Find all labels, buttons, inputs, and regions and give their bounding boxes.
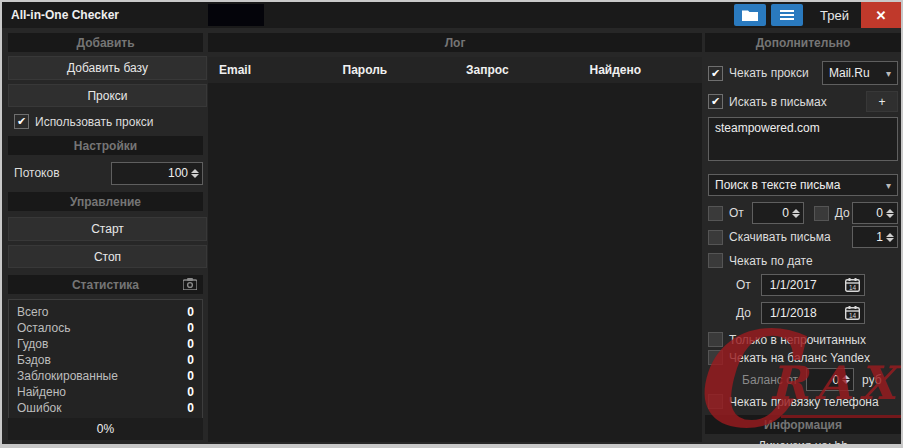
proxy-service-value: Mail.Ru <box>829 66 870 80</box>
phone-check-label: Чекать привязку телефона <box>729 395 879 409</box>
check-date-checkbox[interactable]: Чекать по дате <box>708 253 813 268</box>
license-label: Лицензия на: hh <box>705 438 901 448</box>
svg-text:14: 14 <box>849 312 857 319</box>
close-icon: ✕ <box>876 8 887 23</box>
log-column-query[interactable]: Запрос <box>455 63 579 77</box>
checkbox-unchecked-icon <box>708 394 723 409</box>
info-section-header: Информация <box>705 415 901 434</box>
yandex-balance-row: Чекать на баланс Yandex <box>708 350 898 365</box>
stepper-arrows-icon[interactable] <box>842 375 851 384</box>
search-mode-select[interactable]: Поиск в тексте письма ▾ <box>708 174 898 196</box>
log-section-header: Лог <box>208 33 702 52</box>
chevron-down-icon: ▾ <box>886 68 891 79</box>
titlebar-controls: Трей ✕ <box>734 2 901 28</box>
proxy-service-select[interactable]: Mail.Ru ▾ <box>822 61 898 85</box>
stats-box: Всего0 Осталось0 Гудов0 Бэдов0 Заблокиро… <box>8 299 203 437</box>
currency-label: руб <box>862 373 882 387</box>
stat-row: Бэдов0 <box>17 352 194 368</box>
unread-only-checkbox[interactable]: Только в непрочитанных <box>708 332 866 347</box>
menu-button[interactable] <box>771 4 803 26</box>
to-checkbox[interactable]: До <box>814 206 850 221</box>
checkbox-unchecked-icon <box>708 206 723 221</box>
window-title: All-in-One Checker <box>11 8 119 22</box>
calendar-icon[interactable]: 14 <box>845 306 860 320</box>
check-date-label: Чекать по дате <box>729 254 813 268</box>
from-stepper[interactable]: 0 <box>752 202 804 224</box>
date-from-label: От <box>736 278 751 292</box>
date-to-label: До <box>736 306 751 320</box>
search-letters-checkbox[interactable]: ✔ Искать в письмах <box>708 94 827 109</box>
open-folder-button[interactable] <box>734 4 766 26</box>
balance-from-row: Баланс от 0 руб <box>708 368 898 391</box>
log-column-email[interactable]: Email <box>208 63 332 77</box>
to-stepper[interactable]: 0 <box>852 202 898 224</box>
progress-label: 0% <box>97 422 114 436</box>
threads-row: Потоков 100 <box>8 161 203 185</box>
balance-stepper[interactable]: 0 <box>806 368 854 391</box>
chevron-down-icon: ▾ <box>886 180 891 191</box>
checkbox-unchecked-icon <box>814 206 829 221</box>
log-column-found[interactable]: Найдено <box>579 63 703 77</box>
checkbox-unchecked-icon <box>708 332 723 347</box>
stat-row: Всего0 <box>17 304 194 320</box>
extra-panel: Дополнительно ✔ Чекать прокси Mail.Ru ▾ … <box>705 30 901 442</box>
unread-only-label: Только в непрочитанных <box>729 333 866 347</box>
progress-bar: 0% <box>8 418 203 440</box>
download-letters-checkbox[interactable]: Скачивать письма <box>708 230 831 245</box>
calendar-icon[interactable]: 14 <box>845 278 860 292</box>
stepper-arrows-icon[interactable] <box>191 169 200 178</box>
unread-only-row: Только в непрочитанных <box>708 332 898 347</box>
stat-row: Осталось0 <box>17 320 194 336</box>
yandex-balance-checkbox[interactable]: Чекать на баланс Yandex <box>708 350 870 365</box>
balance-value: 0 <box>832 373 839 387</box>
balance-from-label: Баланс от <box>742 373 798 387</box>
stepper-arrows-icon[interactable] <box>792 209 801 218</box>
phone-check-row: Чекать привязку телефона <box>708 394 898 409</box>
settings-section-header: Настройки <box>8 136 203 155</box>
start-button[interactable]: Старт <box>8 217 207 241</box>
from-checkbox[interactable]: От <box>708 206 744 221</box>
log-table-body[interactable] <box>208 83 702 442</box>
phone-check-checkbox[interactable]: Чекать привязку телефона <box>708 394 879 409</box>
close-button[interactable]: ✕ <box>861 2 901 28</box>
camera-icon[interactable] <box>183 278 197 290</box>
date-from-input[interactable]: 1/1/2017 14 <box>761 274 865 296</box>
log-table-header: Email Пароль Запрос Найдено <box>208 57 702 83</box>
menu-icon <box>780 10 794 20</box>
check-date-row: Чекать по дате <box>708 253 898 268</box>
threads-stepper[interactable]: 100 <box>111 162 203 185</box>
add-section-header: Добавить <box>8 33 203 52</box>
title-bar: All-in-One Checker Трей ✕ <box>2 2 901 28</box>
date-from-value: 1/1/2017 <box>770 278 817 292</box>
tray-button[interactable]: Трей <box>808 4 861 26</box>
stat-row: Найдено0 <box>17 384 194 400</box>
use-proxy-label: Использовать прокси <box>35 115 154 129</box>
use-proxy-checkbox[interactable]: ✔ Использовать прокси <box>14 114 203 129</box>
search-mode-value: Поиск в тексте письма <box>715 178 840 192</box>
control-section-header: Управление <box>8 192 203 211</box>
checkbox-checked-icon: ✔ <box>708 94 723 109</box>
stats-section-header: Статистика <box>8 275 203 294</box>
stop-button[interactable]: Стоп <box>8 245 207 268</box>
check-proxy-checkbox[interactable]: ✔ Чекать прокси <box>708 66 809 81</box>
search-letters-label: Искать в письмах <box>729 95 827 109</box>
threads-value: 100 <box>168 166 188 180</box>
date-to-row: До 1/1/2018 14 <box>708 302 898 324</box>
search-letters-row: ✔ Искать в письмах + <box>708 91 898 112</box>
add-query-button[interactable]: + <box>866 91 898 112</box>
stat-row: Заблокированные0 <box>17 368 194 384</box>
stepper-arrows-icon[interactable] <box>886 209 895 218</box>
stepper-arrows-icon[interactable] <box>886 233 895 242</box>
check-proxy-label: Чекать прокси <box>729 66 809 80</box>
add-base-button[interactable]: Добавить базу <box>8 56 207 80</box>
proxy-button[interactable]: Прокси <box>8 84 207 107</box>
check-proxy-row: ✔ Чекать прокси Mail.Ru ▾ <box>708 61 898 85</box>
download-letters-stepper[interactable]: 1 <box>852 226 898 248</box>
checkbox-checked-icon: ✔ <box>14 114 29 129</box>
folder-icon <box>742 9 758 21</box>
search-queries-textarea[interactable]: steampowered.com <box>708 117 898 161</box>
date-to-input[interactable]: 1/1/2018 14 <box>761 302 865 324</box>
stat-row: Ошибок0 <box>17 400 194 416</box>
download-letters-value: 1 <box>876 230 883 244</box>
log-column-password[interactable]: Пароль <box>332 63 456 77</box>
